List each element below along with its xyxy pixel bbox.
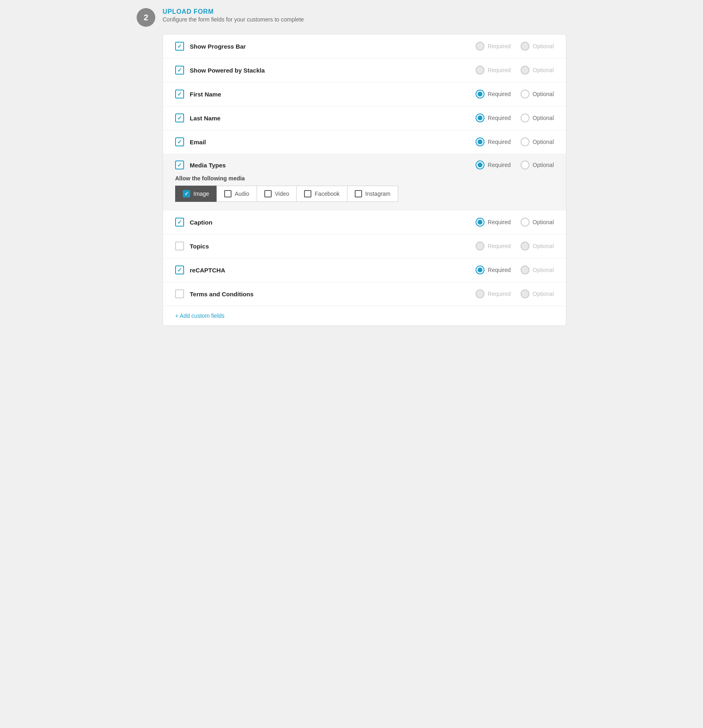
optional-radio-recaptcha[interactable]: Optional: [521, 266, 554, 274]
required-radio-email[interactable]: Required: [476, 137, 511, 146]
radio-required-show-progress-bar[interactable]: [476, 42, 484, 51]
radio-optional-email[interactable]: [521, 137, 529, 146]
optional-radio-caption[interactable]: Optional: [521, 218, 554, 227]
radio-required-terms-conditions[interactable]: [476, 289, 484, 298]
radio-optional-caption[interactable]: [521, 218, 529, 227]
radio-required-caption[interactable]: [476, 218, 484, 227]
radio-dot: [478, 268, 482, 272]
optional-radio-show-powered-by[interactable]: Optional: [521, 66, 554, 75]
checkmark-icon: ✓: [177, 139, 182, 145]
optional-radio-show-progress-bar[interactable]: Optional: [521, 42, 554, 51]
upload-form-card: ✓ Show Progress Bar Required Optional ✓: [163, 34, 566, 326]
checkbox-topics[interactable]: [175, 242, 184, 251]
media-checkbox-video: [264, 190, 272, 197]
checkbox-first-name[interactable]: ✓: [175, 90, 184, 98]
required-label: Required: [488, 139, 511, 145]
required-radio-topics[interactable]: Required: [476, 242, 511, 251]
radio-optional-terms-conditions[interactable]: [521, 289, 529, 298]
radio-required-email[interactable]: [476, 137, 484, 146]
media-btn-instagram[interactable]: Instagram: [347, 186, 398, 202]
required-label: Required: [488, 267, 511, 273]
media-btn-audio[interactable]: Audio: [216, 186, 257, 202]
label-caption: Caption: [190, 219, 212, 226]
required-radio-show-progress-bar[interactable]: Required: [476, 42, 511, 51]
checkmark-icon: ✓: [177, 219, 182, 225]
required-radio-media-types[interactable]: Required: [476, 161, 511, 169]
checkmark-icon: ✓: [177, 267, 182, 273]
checkmark-icon: ✓: [177, 115, 182, 121]
radio-optional-first-name[interactable]: [521, 90, 529, 98]
required-label: Required: [488, 291, 511, 297]
checkbox-show-powered-by[interactable]: ✓: [175, 66, 184, 75]
optional-label: Optional: [533, 291, 554, 297]
radio-required-media-types[interactable]: [476, 161, 484, 169]
radio-required-first-name[interactable]: [476, 90, 484, 98]
optional-label: Optional: [533, 91, 554, 97]
row-media-types: ✓ Media Types Required Optional: [163, 154, 566, 210]
radio-optional-topics[interactable]: [521, 242, 529, 251]
label-first-name: First Name: [190, 91, 221, 98]
optional-label: Optional: [533, 267, 554, 273]
media-type-buttons: ✓ Image Audio Video Facebook: [175, 186, 398, 202]
media-checkbox-instagram: [355, 190, 362, 197]
row-email: ✓ Email Required Optional: [163, 130, 566, 154]
required-radio-recaptcha[interactable]: Required: [476, 266, 511, 274]
checkmark-icon: ✓: [177, 43, 182, 49]
optional-radio-last-name[interactable]: Optional: [521, 113, 554, 122]
optional-label: Optional: [533, 139, 554, 145]
checkbox-email[interactable]: ✓: [175, 137, 184, 146]
required-radio-last-name[interactable]: Required: [476, 113, 511, 122]
required-radio-show-powered-by[interactable]: Required: [476, 66, 511, 75]
optional-radio-email[interactable]: Optional: [521, 137, 554, 146]
checkmark-icon: ✓: [177, 162, 182, 168]
radio-required-recaptcha[interactable]: [476, 266, 484, 274]
row-show-powered-by: ✓ Show Powered by Stackla Required Optio…: [163, 58, 566, 82]
checkmark-icon: ✓: [177, 91, 182, 97]
media-label-instagram: Instagram: [365, 191, 390, 197]
checkbox-last-name[interactable]: ✓: [175, 113, 184, 122]
radio-optional-last-name[interactable]: [521, 113, 529, 122]
row-show-progress-bar: ✓ Show Progress Bar Required Optional: [163, 34, 566, 58]
required-label: Required: [488, 243, 511, 249]
media-btn-image[interactable]: ✓ Image: [175, 186, 216, 202]
media-btn-video[interactable]: Video: [257, 186, 297, 202]
checkbox-show-progress-bar[interactable]: ✓: [175, 42, 184, 51]
row-recaptcha: ✓ reCAPTCHA Required Optional: [163, 258, 566, 282]
row-caption: ✓ Caption Required Optional: [163, 210, 566, 234]
radio-required-show-powered-by[interactable]: [476, 66, 484, 75]
optional-label: Optional: [533, 162, 554, 168]
checkbox-media-types[interactable]: ✓: [175, 161, 184, 169]
checkbox-recaptcha[interactable]: ✓: [175, 266, 184, 274]
optional-radio-media-types[interactable]: Optional: [521, 161, 554, 169]
radio-required-last-name[interactable]: [476, 113, 484, 122]
row-terms-conditions: Terms and Conditions Required Optional: [163, 282, 566, 306]
checkbox-caption[interactable]: ✓: [175, 218, 184, 227]
radio-required-topics[interactable]: [476, 242, 484, 251]
radio-optional-show-progress-bar[interactable]: [521, 42, 529, 51]
checkbox-terms-conditions[interactable]: [175, 289, 184, 298]
row-first-name: ✓ First Name Required Optional: [163, 82, 566, 106]
row-last-name: ✓ Last Name Required Optional: [163, 106, 566, 130]
radio-dot: [478, 139, 482, 144]
add-custom-fields-link[interactable]: + Add custom fields: [163, 306, 237, 321]
radio-dot: [478, 220, 482, 225]
media-checkbox-image: ✓: [183, 190, 190, 197]
radio-optional-media-types[interactable]: [521, 161, 529, 169]
radio-dot: [478, 116, 482, 120]
label-terms-conditions: Terms and Conditions: [190, 291, 253, 298]
required-label: Required: [488, 91, 511, 97]
label-topics: Topics: [190, 243, 209, 250]
required-label: Required: [488, 115, 511, 121]
required-label: Required: [488, 43, 511, 49]
radio-optional-show-powered-by[interactable]: [521, 66, 529, 75]
radio-optional-recaptcha[interactable]: [521, 266, 529, 274]
required-radio-first-name[interactable]: Required: [476, 90, 511, 98]
optional-radio-topics[interactable]: Optional: [521, 242, 554, 251]
media-label-video: Video: [275, 191, 289, 197]
required-radio-caption[interactable]: Required: [476, 218, 511, 227]
required-radio-terms-conditions[interactable]: Required: [476, 289, 511, 298]
optional-radio-terms-conditions[interactable]: Optional: [521, 289, 554, 298]
optional-radio-first-name[interactable]: Optional: [521, 90, 554, 98]
media-btn-facebook[interactable]: Facebook: [296, 186, 347, 202]
optional-label: Optional: [533, 219, 554, 225]
